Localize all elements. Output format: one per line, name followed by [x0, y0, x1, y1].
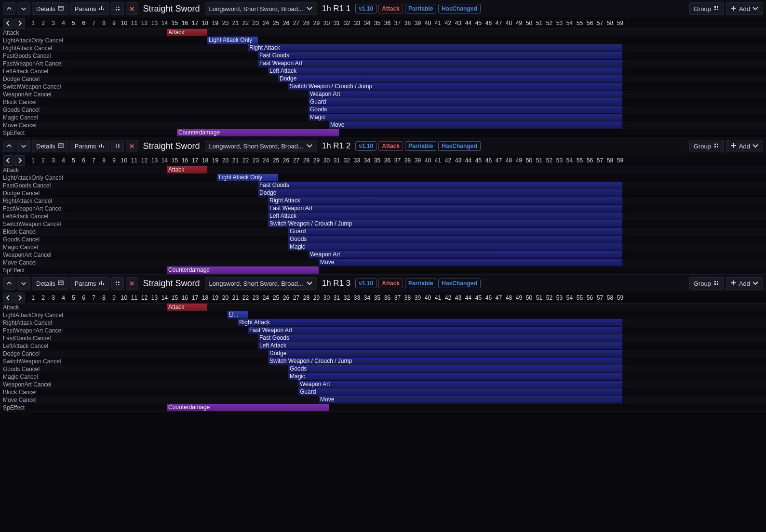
- attack-name: 1h R1 2: [319, 141, 354, 151]
- tick: 59: [615, 157, 625, 164]
- timeline-bar[interactable]: Weapon Art: [309, 91, 622, 98]
- weapon-dropdown-value: Longsword, Short Sword, Broad...: [209, 5, 303, 13]
- timeline-bar[interactable]: Goods: [288, 236, 622, 243]
- timeline-bar[interactable]: Counterdamage: [167, 266, 319, 274]
- move-up-button[interactable]: [3, 140, 15, 152]
- track-label: Goods Cancel: [0, 366, 72, 372]
- group-button[interactable]: Group: [689, 277, 724, 290]
- timeline-bar[interactable]: Fast Weapon Art: [268, 205, 622, 212]
- timeline-bar[interactable]: Guard: [298, 388, 622, 396]
- tick: 23: [251, 20, 261, 27]
- group-button[interactable]: Group: [689, 2, 724, 15]
- timeline-bar[interactable]: Move: [319, 396, 622, 403]
- timeline-bar[interactable]: Magic: [288, 373, 622, 380]
- track-label: WeaponArt Cancel: [0, 91, 72, 98]
- timeline-bar[interactable]: Goods: [309, 106, 622, 113]
- timeline-bar[interactable]: Move: [329, 121, 622, 129]
- timeline-bar[interactable]: Dodge: [268, 350, 622, 357]
- timeline-bar[interactable]: Left Attack: [268, 213, 622, 220]
- timeline-bar[interactable]: Light Attack Only: [207, 37, 258, 44]
- tick: 39: [413, 20, 423, 27]
- timeline-bar[interactable]: Dodge: [278, 75, 622, 82]
- compress-button[interactable]: [111, 277, 124, 290]
- tick: 15: [170, 20, 180, 27]
- close-button[interactable]: ✕: [126, 2, 138, 15]
- group-label: Group: [694, 143, 711, 150]
- details-button[interactable]: Details: [32, 2, 68, 15]
- timeline-bar[interactable]: Switch Weapon / Crouch / Jump: [288, 83, 622, 90]
- timeline-bar[interactable]: Fast Weapon Art: [258, 60, 622, 67]
- timeline-bar[interactable]: Switch Weapon / Crouch / Jump: [268, 220, 622, 227]
- scroll-right-button[interactable]: [14, 155, 25, 166]
- timeline-bar[interactable]: Switch Weapon / Crouch / Jump: [268, 358, 622, 365]
- move-up-button[interactable]: [3, 277, 15, 290]
- scroll-left-button[interactable]: [3, 155, 13, 166]
- timeline-bar[interactable]: Fast Goods: [258, 182, 622, 189]
- timeline-bar[interactable]: Weapon Art: [309, 251, 622, 258]
- timeline-bar[interactable]: Right Attack: [248, 44, 622, 52]
- bar-area: Counterdamage: [72, 129, 766, 137]
- timeline-bar[interactable]: Counterdamage: [177, 129, 339, 136]
- timeline-bar[interactable]: Attack: [167, 166, 207, 173]
- params-button[interactable]: Params: [70, 2, 109, 15]
- timeline-bar[interactable]: Guard: [288, 228, 622, 235]
- timeline-bar[interactable]: Right Attack: [238, 319, 622, 326]
- weapon-dropdown[interactable]: Longsword, Short Sword, Broad...: [205, 140, 317, 152]
- close-button[interactable]: ✕: [126, 140, 138, 152]
- bar-area: Switch Weapon / Crouch / Jump: [72, 358, 766, 365]
- scroll-right-button[interactable]: [14, 293, 25, 303]
- timeline-bar[interactable]: Counterdamage: [167, 404, 329, 411]
- timeline-bar[interactable]: Fast Goods: [258, 52, 622, 59]
- bar-area: Right Attack: [72, 44, 766, 52]
- move-up-button[interactable]: [3, 2, 15, 15]
- timeline-bar[interactable]: Li...: [228, 311, 248, 319]
- bar-area: Goods: [72, 365, 766, 373]
- add-button[interactable]: Add: [726, 277, 763, 290]
- group-icon: [713, 279, 720, 288]
- details-button[interactable]: Details: [32, 140, 68, 152]
- timeline-bar[interactable]: Left Attack: [258, 342, 622, 349]
- move-down-button[interactable]: [17, 2, 30, 15]
- move-down-button[interactable]: [17, 140, 30, 152]
- timeline-bar[interactable]: Attack: [167, 29, 207, 36]
- add-button[interactable]: Add: [726, 2, 763, 15]
- timeline-bar[interactable]: Left Attack: [268, 67, 622, 75]
- tick: 50: [524, 20, 534, 27]
- move-down-button[interactable]: [17, 277, 30, 290]
- tick: 17: [190, 294, 200, 301]
- params-button[interactable]: Params: [70, 140, 109, 152]
- timeline-bar[interactable]: Magic: [288, 243, 622, 251]
- track-row: LeftAttack Cancel Left Attack: [0, 67, 766, 75]
- timeline-bar[interactable]: Move: [319, 259, 622, 266]
- timeline-bar[interactable]: Dodge: [258, 189, 622, 197]
- timeline-bar[interactable]: Weapon Art: [298, 381, 622, 388]
- weapon-dropdown[interactable]: Longsword, Short Sword, Broad...: [205, 2, 317, 15]
- details-button[interactable]: Details: [32, 277, 68, 290]
- add-button[interactable]: Add: [726, 140, 763, 152]
- tick: 40: [423, 157, 433, 164]
- track-row: FastWeaponArt Cancel Fast Weapon Art: [0, 205, 766, 213]
- scroll-left-button[interactable]: [3, 18, 13, 28]
- timeline-bar[interactable]: Fast Weapon Art: [248, 327, 622, 334]
- close-button[interactable]: ✕: [126, 277, 138, 290]
- bar-area: Guard: [72, 388, 766, 396]
- track-row: Dodge Cancel Dodge: [0, 350, 766, 358]
- timeline-bar[interactable]: Fast Goods: [258, 334, 622, 342]
- compress-button[interactable]: [111, 140, 124, 152]
- scroll-left-button[interactable]: [3, 293, 13, 303]
- timeline-bar[interactable]: Guard: [309, 98, 622, 106]
- scroll-right-button[interactable]: [14, 18, 25, 28]
- attack-tag: Attack: [378, 4, 403, 13]
- timeline-bar[interactable]: Goods: [288, 365, 622, 372]
- group-button[interactable]: Group: [689, 140, 724, 152]
- timeline-bar[interactable]: Light Attack Only: [217, 174, 278, 181]
- tick: 13: [149, 20, 160, 27]
- compress-button[interactable]: [111, 2, 124, 15]
- track-row: LeftAttack Cancel Left Attack: [0, 213, 766, 220]
- timeline-bar[interactable]: Right Attack: [268, 197, 622, 204]
- params-button[interactable]: Params: [70, 277, 109, 290]
- timeline-bar[interactable]: Magic: [309, 114, 622, 121]
- weapon-dropdown[interactable]: Longsword, Short Sword, Broad...: [205, 277, 317, 290]
- timeline-bar[interactable]: Attack: [167, 304, 207, 311]
- track-label: Magic Cancel: [0, 244, 72, 251]
